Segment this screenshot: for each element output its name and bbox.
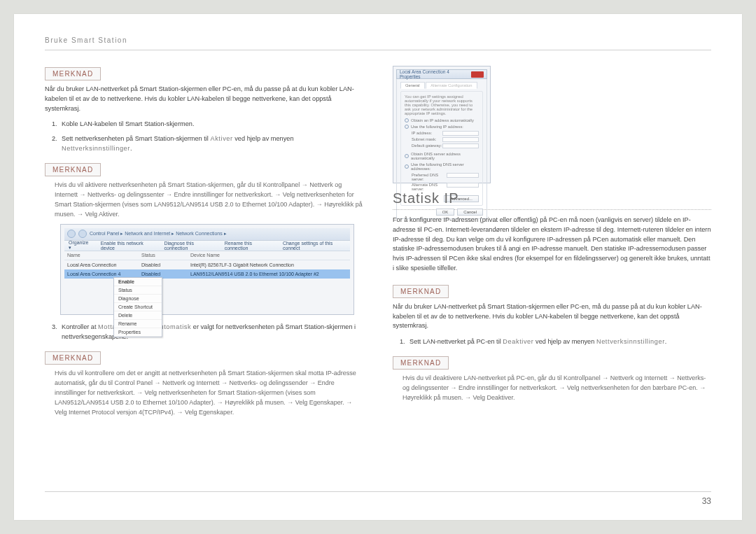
note-badge: MERKNAD (45, 67, 101, 80)
context-menu-item: Rename (114, 320, 162, 328)
left-column: MERKNAD Når du bruker LAN-nettverket på … (45, 62, 363, 422)
step-1: 1. Koble LAN-kabelen til Smart Station-s… (52, 119, 363, 129)
tab-alt: Alternate Configuration (426, 82, 477, 89)
step-3: 3. Kontroller at Motta IP-adresse automa… (52, 322, 363, 342)
step-1: 1. Sett LAN-nettverket på PC-en til Deak… (400, 337, 711, 346)
note-badge: MERKNAD (45, 163, 101, 176)
ip-fields: IP address: Subnet mask: Default gateway… (412, 131, 479, 148)
page-number: 33 (45, 491, 711, 506)
toolbar-item: Change settings of this connect (283, 241, 346, 251)
tab-general: General (400, 82, 425, 89)
cancel-button: Cancel (457, 209, 483, 216)
dialog-titlebar: Local Area Connection 4 Properties (396, 69, 487, 79)
ip-input (442, 131, 479, 136)
ip-input (447, 173, 479, 178)
right-column: Local Area Connection 4 Properties Gener… (393, 62, 711, 422)
step-text: Sett nettverksenheten på Smart Station-s… (62, 134, 363, 154)
breadcrumb: Control Panel ▸ Network and Internet ▸ N… (90, 231, 227, 237)
radio-icon (405, 164, 409, 169)
step-number: 3. (52, 322, 62, 342)
forward-icon (78, 230, 87, 238)
list-header: Name Status Device Name (64, 251, 350, 260)
back-icon (67, 230, 76, 238)
section-title: Statisk IP (393, 190, 711, 206)
two-column-layout: MERKNAD Når du bruker LAN-nettverket på … (45, 62, 711, 422)
dns-fields: Preferred DNS server: Alternate DNS serv… (412, 173, 479, 191)
note-text: Hvis du vil kontrollere om det er angitt… (55, 369, 363, 418)
ok-button: OK (436, 209, 455, 216)
list-row: Local Area Connection Disabled Intel(R) … (64, 260, 350, 269)
list-row-selected: Local Area Connection 4 Disabled LAN9512… (64, 269, 350, 279)
dialog-group: You can get IP settings assigned automat… (400, 91, 483, 206)
toolbar-item: Organize ▾ (69, 240, 91, 251)
note-text: Hvis du vil deaktivere LAN-nettverket på… (402, 374, 711, 403)
radio-icon (405, 125, 409, 129)
document-page: Bruke Smart Station MERKNAD Når du bruke… (14, 14, 742, 520)
ipv4-properties-screenshot: Local Area Connection 4 Properties Gener… (393, 66, 491, 183)
dialog-title: Local Area Connection 4 Properties (400, 69, 471, 79)
ip-input (442, 137, 479, 142)
radio-auto-dns: Obtain DNS server address automatically (405, 152, 479, 160)
network-connections-screenshot: Control Panel ▸ Network and Internet ▸ N… (60, 224, 354, 315)
ip-input (442, 143, 479, 148)
step-text: Sett LAN-nettverket på PC-en til Deaktiv… (410, 337, 711, 346)
dialog-description: You can get IP settings assigned automat… (405, 94, 479, 115)
note-badge: MERKNAD (45, 351, 101, 365)
step-text: Koble LAN-kabelen til Smart Station-skje… (62, 119, 363, 129)
step-number: 1. (52, 119, 62, 129)
toolbar-item: Enable this network device (101, 241, 155, 251)
step-text: Kontroller at Motta IP-adresse automatis… (62, 322, 363, 342)
context-menu-item: Status (114, 286, 162, 295)
step-2: 2. Sett nettverksenheten på Smart Statio… (52, 134, 363, 154)
window-nav-bar: Control Panel ▸ Network and Internet ▸ N… (64, 228, 350, 241)
warning-text: Når du bruker LAN-nettverket på Smart St… (45, 85, 363, 113)
close-icon (471, 71, 484, 78)
radio-icon (405, 154, 409, 158)
ip-input (447, 183, 479, 188)
note-badge: MERKNAD (393, 356, 449, 370)
section-intro: For å konfigurere IP-adressen (privat el… (393, 216, 711, 274)
step-number: 1. (400, 337, 410, 346)
context-menu-item: Create Shortcut (114, 303, 162, 311)
radio-static-dns: Use the following DNS server addresses: (405, 162, 479, 171)
note-badge: MERKNAD (393, 285, 449, 298)
radio-icon (405, 118, 409, 122)
step-number: 2. (52, 134, 62, 154)
page-header: Bruke Smart Station (45, 36, 711, 50)
context-menu-item: Properties (114, 328, 162, 337)
radio-auto-ip: Obtain an IP address automatically (405, 118, 479, 122)
toolbar-item: Rename this connection (225, 241, 273, 251)
radio-static-ip: Use the following IP address: (405, 125, 479, 129)
context-menu-item: Delete (114, 311, 162, 320)
context-menu-item: Diagnose (114, 295, 162, 303)
context-menu: Enable Status Diagnose Create Shortcut D… (113, 277, 162, 337)
note-text: Hvis du vil aktivere nettverksenheten på… (55, 181, 363, 220)
window-toolbar: Organize ▾ Enable this network device Di… (64, 241, 350, 251)
context-menu-item: Enable (114, 278, 162, 286)
toolbar-item: Diagnose this connection (164, 241, 215, 251)
warning-text: Når du bruker LAN-nettverket på Smart St… (393, 302, 711, 331)
